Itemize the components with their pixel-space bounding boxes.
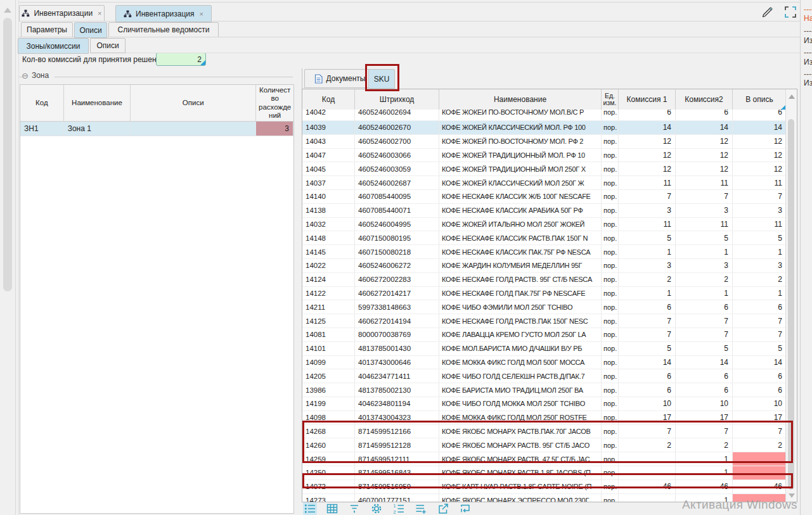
table-scrollbar-thumb[interactable]: [788, 119, 794, 490]
sku-row-14250[interactable]: 142508714599516843КОФЕ ЯКОБС МОНАРХ РАСТ…: [302, 466, 787, 480]
sku-row-14260[interactable]: 142608714599512128КОФЕ ЯКОБС МОНАРХ РАСТ…: [302, 438, 787, 452]
cell-in-list: 6: [733, 110, 787, 120]
sku-row-14037[interactable]: 140374605246002687КОФЕ ЖОКЕЙ КЛАССИЧЕСКИ…: [302, 176, 787, 190]
cell-code: 14205: [302, 369, 355, 383]
cell-name: КОФЕ НЕСКАФЕ ГОЛД ПАК.75Г РФ NESCAFE: [439, 287, 602, 300]
sku-row-14199[interactable]: 141994046234801194КОФЕ ЧИБО ГОЛД МОККА М…: [302, 397, 787, 411]
tab-opisi[interactable]: Описи: [74, 22, 107, 38]
tab-dokumenty[interactable]: Документы: [304, 69, 375, 88]
header-commission1[interactable]: Комиссия 1: [619, 89, 676, 110]
header-barcode[interactable]: Штрихкод: [355, 89, 439, 110]
header-name[interactable]: Наименование: [439, 89, 602, 110]
zone-header-opisi[interactable]: Описи: [131, 85, 256, 121]
sku-row-14205[interactable]: 142054046234771411КОФЕ ЧИБО ГОЛД СЕЛЕКШН…: [302, 369, 787, 383]
sku-row-14140[interactable]: 141404607085440095КОФЕ НЕСКАФЕ КЛАССИК Ж…: [302, 190, 787, 204]
cell-commission2: 1: [676, 466, 733, 480]
scroll-down-icon[interactable]: [789, 493, 795, 498]
tab-zony-komissii[interactable]: Зоны/комиссии: [18, 38, 89, 54]
sku-row-14047[interactable]: 140474605246003066КОФЕ ЖОКЕЙ ТРАДИЦИОННЫ…: [302, 149, 787, 163]
sku-row-14268[interactable]: 142688714599512166КОФЕ ЯКОБС МОНАРХ РАСТ…: [302, 425, 787, 439]
sku-row-14045[interactable]: 140454605246003059КОФЕ ЖОКЕЙ ТРАДИЦИОННЫ…: [302, 162, 787, 176]
sku-row-14099[interactable]: 140994013743000646КОФЕ МОККА ФИКС ГОЛД М…: [302, 356, 787, 370]
document-icon: [314, 74, 323, 84]
table-scrollbar[interactable]: [785, 89, 797, 502]
cell-commission2: 1: [676, 287, 733, 300]
sku-row-13986[interactable]: 139864813785002130КОФЕ БАРИСТА МИО ТРАДИ…: [302, 383, 787, 397]
sku-row-14259[interactable]: 142598714599512111КОФЕ ЯКОБС МОНАРХ РАСТ…: [302, 452, 787, 466]
numbered-list-icon[interactable]: 12: [392, 502, 406, 515]
cell-unit: пор.: [602, 245, 619, 258]
sku-row-14098[interactable]: 140984013743004323КОФЕ МОККА ФИКС ГОЛД М…: [302, 411, 787, 425]
edit-pencil-icon[interactable]: [761, 5, 775, 22]
zone-header-discrepancies[interactable]: Количество расхождений: [256, 85, 293, 121]
divider: [302, 68, 302, 89]
commissions-count-input[interactable]: 2: [156, 53, 206, 66]
cell-barcode: 5997338148663: [355, 300, 439, 314]
settings-gear-icon[interactable]: [370, 502, 383, 515]
sku-row-14101[interactable]: 141014813785001430КОФЕ МОЛ.БАРИСТА МИО Д…: [302, 342, 787, 356]
tab-label: Инвентаризации: [34, 9, 93, 18]
fullscreen-icon[interactable]: [783, 5, 797, 22]
close-icon[interactable]: ×: [200, 10, 203, 18]
close-icon[interactable]: ×: [98, 10, 101, 17]
tab-slichitelnye-vedomosti[interactable]: Сличительные ведомости: [108, 22, 219, 37]
left-scrollbar-thumb[interactable]: [3, 18, 12, 291]
sku-row-14042[interactable]: 140424605246002694КОФЕ ЖОКЕЙ ПО-ВОСТОЧНО…: [302, 110, 787, 121]
filter-icon[interactable]: [347, 502, 361, 515]
sku-row-14125[interactable]: 141254606272014194КОФЕ НЕСКАФЕ ГОЛД РАСТ…: [302, 314, 787, 328]
sku-row-14145[interactable]: 141454607150080218КОФЕ НЕСКАФЕ КЛАССИК П…: [302, 245, 787, 259]
tab-opisi-2[interactable]: Описи: [90, 38, 126, 53]
sku-row-14022[interactable]: 140224605246006272КОФЕ ЖАРДИН КОЛУМБИЯ М…: [302, 259, 787, 273]
tab-inventarizaciya[interactable]: Инвентаризация ×: [115, 5, 212, 22]
sku-row-14032[interactable]: 140324605246004995КОФЕ ЖОКЕЙ ИТАЛЬЯНО МО…: [302, 218, 787, 232]
tab-sku[interactable]: SKU: [368, 69, 395, 89]
cell-name: КОФЕ КАРТ НУАР РАСТВ.1.8Г CARTE NOIRE (П: [439, 480, 602, 493]
grid-view-icon[interactable]: [325, 502, 339, 515]
tab-label: Сличительные ведомости: [118, 25, 210, 34]
cell-code: 14122: [302, 287, 355, 300]
cell-unit: пор.: [602, 356, 619, 369]
sku-row-14043[interactable]: 140434605246002700КОФЕ ЖОКЕЙ ПО-ВОСТОЧНО…: [302, 135, 787, 149]
zone-row[interactable]: ЗН1 Зона 1 3: [20, 122, 293, 136]
sku-row-14211[interactable]: 142115997338148663КОФЕ ЧИБО ФЭМИЛИ МОЛ 2…: [302, 300, 787, 314]
cell-name: КОФЕ ЖОКЕЙ КЛАССИЧЕСКИЙ МОЛ 250Г Ж: [439, 176, 602, 189]
tab-parametry[interactable]: Параметры: [21, 22, 73, 37]
cell-in-list: 6: [733, 383, 787, 397]
cell-in-list: 3: [733, 204, 787, 217]
cell-barcode: 8714599516959: [355, 480, 439, 493]
tab-inventarizacii[interactable]: Инвентаризации ×: [19, 5, 105, 22]
left-scrollbar[interactable]: [0, 0, 16, 515]
cell-unit: пор.: [602, 121, 619, 134]
refresh-icon[interactable]: [458, 502, 472, 515]
header-in-list[interactable]: В опись: [733, 89, 787, 110]
collapse-icon[interactable]: ⊖: [22, 72, 29, 80]
cell-code: 14145: [302, 245, 355, 258]
cell-unit: пор.: [602, 314, 619, 327]
cell-commission1: 12: [619, 162, 676, 175]
list-view-icon[interactable]: [303, 502, 317, 515]
cell-commission1: 10: [619, 397, 676, 410]
header-unit[interactable]: Ед. изм.: [602, 89, 619, 110]
cell-unit: пор.: [602, 342, 619, 355]
cell-code: 14140: [302, 190, 355, 203]
sku-row-14039[interactable]: 140394605246002670КОФЕ ЖОКЕЙ КЛАССИЧЕСКИ…: [302, 121, 787, 135]
cell-unit: пор.: [602, 273, 619, 286]
header-code[interactable]: Код: [302, 89, 355, 110]
cell-name: КОФЕ ЖОКЕЙ ИТАЛЬЯНО МОЛ 250Г ЖОКЕЙ: [439, 218, 602, 231]
cell-in-list: 7: [733, 190, 787, 203]
scroll-up-icon[interactable]: [4, 8, 11, 13]
cell-barcode: 4605246003059: [355, 162, 439, 175]
export-icon[interactable]: [436, 502, 450, 515]
sku-row-14148[interactable]: 141484607150080195КОФЕ НЕСКАФЕ КЛАССИК Р…: [302, 231, 787, 245]
header-commission2[interactable]: Комиссия2: [676, 89, 733, 110]
add-row-icon[interactable]: [414, 502, 428, 515]
sku-row-14081[interactable]: 140818000070038769КОФЕ ЛАВАЦЦА КРЕМО ГУС…: [302, 328, 787, 342]
scroll-up-icon[interactable]: [789, 94, 795, 99]
sku-row-14122[interactable]: 141224606272014217КОФЕ НЕСКАФЕ ГОЛД ПАК.…: [302, 287, 787, 301]
zone-header-name[interactable]: Наименование: [64, 85, 131, 121]
zone-header-code[interactable]: Код: [20, 85, 64, 121]
sku-row-14072[interactable]: 140728714599516959КОФЕ КАРТ НУАР РАСТВ.1…: [302, 480, 787, 494]
sku-row-14124[interactable]: 141244606272002283КОФЕ НЕСКАФЕ ГОЛД РАСТ…: [302, 273, 787, 287]
cell-in-list: 7: [733, 314, 787, 327]
sku-row-14138[interactable]: 141384607085440071КОФЕ НЕСКАФЕ КЛАССИК А…: [302, 204, 787, 218]
